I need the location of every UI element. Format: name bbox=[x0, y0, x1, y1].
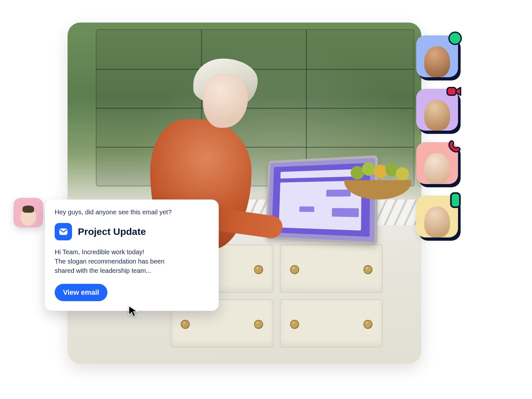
hero-photo bbox=[68, 23, 421, 364]
svg-rect-1 bbox=[447, 88, 456, 95]
status-mobile-icon bbox=[449, 192, 462, 209]
view-email-button[interactable]: View email bbox=[55, 284, 107, 301]
contact-avatar-4[interactable] bbox=[416, 196, 458, 237]
contact-rail bbox=[416, 35, 464, 249]
mail-icon bbox=[55, 223, 72, 240]
contact-avatar-2[interactable] bbox=[416, 89, 458, 131]
status-video-icon bbox=[446, 85, 462, 98]
cursor-icon bbox=[128, 305, 139, 318]
sender-avatar bbox=[14, 198, 43, 227]
contact-avatar-3[interactable] bbox=[416, 142, 458, 184]
email-body-preview: Hi Team, Incredible work today! The slog… bbox=[55, 247, 209, 275]
email-subject: Project Update bbox=[78, 226, 146, 237]
svg-rect-2 bbox=[451, 193, 460, 207]
status-call-icon bbox=[447, 138, 462, 153]
email-preview-card: Hey guys, did anyone see this email yet?… bbox=[45, 200, 219, 311]
status-online-icon bbox=[448, 32, 462, 45]
fruit-bowl bbox=[344, 164, 412, 200]
chat-message: Hey guys, did anyone see this email yet? bbox=[55, 209, 209, 216]
contact-avatar-1[interactable] bbox=[416, 35, 458, 77]
